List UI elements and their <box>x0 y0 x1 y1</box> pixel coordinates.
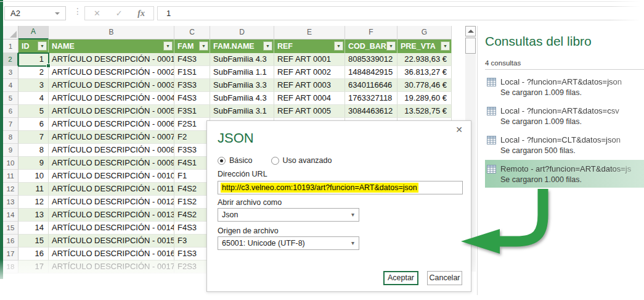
cell[interactable]: REF ART 0003 <box>274 79 345 92</box>
cell[interactable]: 13.528,75 € <box>397 105 452 118</box>
cell[interactable]: 10 <box>18 170 49 183</box>
cell[interactable]: 17 <box>18 260 49 273</box>
cell[interactable]: 3 <box>18 79 49 92</box>
column-header-A[interactable]: A <box>18 26 49 40</box>
cell[interactable]: SubFamilia 1.1 <box>210 66 274 79</box>
row-header-1[interactable]: 1 <box>3 40 18 53</box>
column-header-G[interactable]: G <box>397 26 452 40</box>
query-name[interactable]: Local - ?funcion=ART&datos=csv <box>500 106 644 115</box>
row-header-9[interactable]: 9 <box>3 144 18 157</box>
cell[interactable]: F1S3 <box>174 248 210 260</box>
cell[interactable]: F4S3 <box>174 53 210 66</box>
column-header-C[interactable]: C <box>174 26 210 40</box>
cell[interactable]: 1484842915 <box>345 66 397 79</box>
row-header-6[interactable]: 6 <box>3 105 18 118</box>
origin-dropdown[interactable]: 65001: Unicode (UTF-8) ▾ <box>218 236 359 250</box>
cell[interactable]: ARTÍCULO DESCRIPCIÓN - 0010 <box>49 170 174 183</box>
cell[interactable]: F2S3 <box>174 260 210 273</box>
cell[interactable]: SubFamilia 4.3 <box>210 53 274 66</box>
cell[interactable]: 9 <box>18 157 49 170</box>
cell[interactable]: ARTÍCULO DESCRIPCIÓN - 0009 <box>49 157 174 170</box>
row-header-2[interactable]: 2 <box>3 53 18 66</box>
row-header-11[interactable]: 11 <box>3 170 18 183</box>
filter-dropdown-icon[interactable]: ▼ <box>441 41 450 51</box>
cell[interactable]: 8085339012 <box>345 53 397 66</box>
row-header-13[interactable]: 13 <box>3 196 18 209</box>
cell[interactable]: F3S1 <box>174 105 210 118</box>
radio-uso-avanzado[interactable]: Uso avanzado <box>271 156 332 165</box>
row-header-16[interactable]: 16 <box>3 235 18 248</box>
cell[interactable]: ARTÍCULO DESCRIPCIÓN - 0004 <box>49 92 174 105</box>
cell[interactable]: SubFamilia 3.3 <box>210 79 274 92</box>
query-list-item[interactable]: Remoto - art?funcion=ART&datos=js Se car… <box>485 160 644 188</box>
cell[interactable]: ARTÍCULO DESCRIPCIÓN - 0011 <box>49 183 174 196</box>
radio-selected-icon[interactable] <box>218 157 226 165</box>
cell[interactable]: SubFamilia 3.1 <box>210 105 274 118</box>
cell[interactable]: F4S2 <box>174 183 210 196</box>
cell[interactable]: 4 <box>18 92 49 105</box>
row-header-7[interactable]: 7 <box>3 118 18 131</box>
cell[interactable]: ARTÍCULO DESCRIPCIÓN - 0006 <box>49 118 174 131</box>
cell[interactable]: REF ART 0004 <box>274 92 345 105</box>
cell[interactable]: ARTÍCULO DESCRIPCIÓN - 0001 <box>49 53 174 66</box>
cell[interactable]: F2S1 <box>174 118 210 131</box>
cell[interactable]: 6 <box>18 118 49 131</box>
cell[interactable]: 15 <box>18 235 49 248</box>
row-header-5[interactable]: 5 <box>3 92 18 105</box>
cell[interactable]: 11 <box>18 183 49 196</box>
cell[interactable]: ARTÍCULO DESCRIPCIÓN - 0012 <box>49 196 174 209</box>
filter-dropdown-icon[interactable]: ▼ <box>334 41 343 51</box>
row-header-3[interactable]: 3 <box>3 66 18 79</box>
cell[interactable]: 30.778,46 € <box>397 79 452 92</box>
column-header-B[interactable]: B <box>49 26 174 40</box>
cell[interactable]: F4S3 <box>174 222 210 235</box>
row-header-4[interactable]: 4 <box>3 79 18 92</box>
radio-unselected-icon[interactable] <box>271 157 279 165</box>
cancel-entry-icon[interactable]: ✕ <box>94 9 100 18</box>
cell[interactable]: F4S3 <box>174 92 210 105</box>
filter-dropdown-icon[interactable]: ▼ <box>163 41 173 51</box>
column-header-E[interactable]: E <box>274 26 345 40</box>
row-header-10[interactable]: 10 <box>3 157 18 170</box>
cell[interactable]: 1763327118 <box>345 92 397 105</box>
filter-dropdown-icon[interactable]: ▼ <box>386 41 396 51</box>
cell[interactable]: F3S3 <box>174 144 210 157</box>
column-header-F[interactable]: F <box>345 26 397 40</box>
cell[interactable]: 5 <box>18 105 49 118</box>
cell[interactable]: F3 <box>174 235 210 248</box>
cell[interactable]: SubFamilia 4.3 <box>210 92 274 105</box>
cell[interactable]: ARTÍCULO DESCRIPCIÓN - 0002 <box>49 66 174 79</box>
row-header-8[interactable]: 8 <box>3 131 18 144</box>
cell[interactable]: ARTÍCULO DESCRIPCIÓN - 0005 <box>49 105 174 118</box>
cell[interactable]: 22.938,63 € <box>397 53 452 66</box>
close-icon[interactable]: ✕ <box>455 125 463 135</box>
cell[interactable]: ARTÍCULO DESCRIPCIÓN - 0003 <box>49 79 174 92</box>
cell[interactable]: 13 <box>18 209 49 222</box>
cell[interactable]: ARTÍCULO DESCRIPCIÓN - 0007 <box>49 131 174 144</box>
row-header-12[interactable]: 12 <box>3 183 18 196</box>
query-list-item[interactable]: Local - ?funcion=ART&datos=csv Se cargar… <box>485 102 644 130</box>
cell[interactable]: F3S3 <box>174 79 210 92</box>
cell[interactable]: ARTÍCULO DESCRIPCIÓN - 0014 <box>49 222 174 235</box>
radio-basico[interactable]: Básico <box>218 156 253 165</box>
cell[interactable]: 2 <box>18 66 49 79</box>
filter-dropdown-icon[interactable]: ▼ <box>199 41 208 51</box>
query-name[interactable]: Local - ?funcion=CLT&datos=json <box>500 135 644 144</box>
select-all-corner[interactable] <box>3 26 18 40</box>
cell[interactable]: F1 <box>174 170 210 183</box>
cell[interactable]: 7 <box>18 131 49 144</box>
cell[interactable]: F4S1 <box>174 157 210 170</box>
cell[interactable]: ARTÍCULO DESCRIPCIÓN - 0013 <box>49 209 174 222</box>
cell[interactable]: F2 <box>174 131 210 144</box>
cell[interactable]: 6340116646 <box>345 79 397 92</box>
cell[interactable]: ARTÍCULO DESCRIPCIÓN - 0015 <box>49 235 174 248</box>
aceptar-button[interactable]: Aceptar <box>383 271 418 285</box>
cell[interactable]: F1S2 <box>174 196 210 209</box>
cell[interactable]: 12 <box>18 196 49 209</box>
open-as-dropdown[interactable]: Json ▾ <box>218 208 359 222</box>
chevron-down-icon[interactable]: ▾ <box>351 237 354 249</box>
query-name[interactable]: Remoto - art?funcion=ART&datos=js <box>500 164 644 173</box>
cell[interactable]: 14 <box>18 222 49 235</box>
filter-dropdown-icon[interactable]: ▼ <box>38 41 47 51</box>
insert-function-icon[interactable]: fx <box>137 9 145 19</box>
